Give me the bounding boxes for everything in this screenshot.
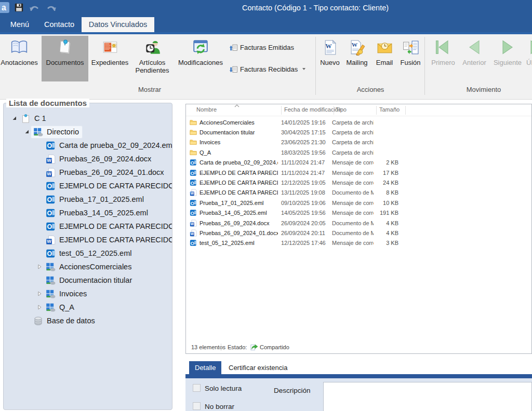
tree-node-file[interactable]: Carta de prueba_02_09_2024.eml [4,139,172,152]
tree-node-directorio[interactable]: Directorio [4,125,172,139]
outlook-file-icon [46,249,56,258]
outlook-file-icon [46,208,56,218]
outlook-file-icon [46,181,56,191]
expander-icon[interactable] [35,290,44,297]
modificaciones-icon [192,38,209,56]
file-row[interactable]: Prueba_17_01_2025.eml09/10/2025 19:06Men… [186,198,531,208]
expander-icon[interactable] [10,115,19,122]
tab-detalle[interactable]: Detalle [189,361,221,374]
detail-accent-bar [185,374,532,378]
outlook-file-icon [190,239,197,246]
word-document-icon [322,39,339,56]
solo-lectura-checkbox[interactable] [193,384,201,392]
tree-node-file[interactable]: Pruebas_26_09_2024_01.docx [4,166,172,179]
tab-certificar-existencia[interactable]: Certificar existencia [223,361,293,374]
outlook-file-icon [190,159,197,166]
nav-next-icon [498,38,517,57]
outlook-file-icon [190,199,197,207]
detail-tab-row: Detalle Certificar existencia [185,361,532,374]
facturas-recibidas-button[interactable]: Facturas Recibidas [229,63,305,75]
directory-icon [33,127,43,137]
file-row[interactable]: EJEMPLO DE CARTA PARECIDOS_03_10_2...11/… [186,168,531,177]
expedientes-button[interactable]: Expedientes [89,36,131,81]
file-row[interactable]: Pruebas_26_09_2024_01.docx26/09/2024 20:… [186,228,531,238]
directory-icon [46,303,56,312]
column-header-nombre[interactable]: Nombre [196,106,217,113]
tree-node-folder[interactable]: Q_A [4,300,172,314]
expander-icon[interactable] [35,304,44,311]
file-row[interactable]: Pruebas_26_09_2024.docx26/09/2024 20:05D… [186,218,531,228]
facturas-recibidas-icon [229,65,238,74]
tree-panel-title: Lista de documentos [6,99,89,107]
file-row[interactable]: AccionesComerciales14/01/2025 19:16Carpe… [186,117,531,127]
file-row[interactable]: Documentacion titular30/04/2025 17:15Car… [186,127,531,137]
column-header-fecha[interactable]: Fecha de modificación [284,106,341,113]
redo-icon[interactable] [45,3,57,12]
file-row[interactable]: Invoices23/06/2025 21:30Carpeta de archi… [186,138,531,147]
descripcion-textarea[interactable] [323,382,532,411]
mailing-icon [349,39,366,56]
tree-node-file[interactable]: Prueba_17_01_2025.eml [4,193,172,206]
word-file-icon [46,154,56,164]
undo-icon[interactable] [29,3,41,12]
siguiente-button[interactable]: Siguiente [490,36,525,81]
anterior-button[interactable]: Anterior [459,36,489,81]
group-separator [424,37,425,95]
outlook-file-icon [46,222,56,231]
fusion-button[interactable]: Fusión [397,36,424,81]
tree-node-file[interactable]: EJEMPLO DE CARTA PARECIDOS_13_ [4,220,172,233]
expander-icon[interactable] [22,128,31,135]
tree-node-folder[interactable]: AccionesComerciales [4,260,172,273]
tree-node-base-de-datos[interactable]: Base de datos [4,314,172,327]
nuevo-button[interactable]: Nuevo [318,36,342,81]
title-bar: Contacto (Código 1 - Tipo contacto: Clie… [0,0,532,17]
articulos-pendientes-button[interactable]: Artículos Pendientes [132,36,172,81]
tree-node-file[interactable]: EJEMPLO DE CARTA PARECIDOS_03_ [4,179,172,193]
outlook-file-icon [46,195,56,204]
file-row[interactable]: EJEMPLO DE CARTA PARECIDOS_13_11_2...12/… [186,177,531,187]
modificaciones-button[interactable]: Modificaciones [174,36,228,81]
file-row[interactable]: test_05_12_2025.eml12/12/2025 17:46Mensa… [186,238,531,248]
tab-contacto[interactable]: Contacto [39,17,79,32]
tab-datos-vinculados[interactable]: Datos Vinculados [82,17,154,32]
ultimo-button[interactable]: Último [526,36,532,81]
tab-menu[interactable]: Menú [2,17,37,32]
document-tree: C 1 Directorio Carta de prueba_02_09_202… [4,103,172,409]
outlook-file-icon [46,141,56,150]
app-logo-icon[interactable] [0,2,9,13]
group-label-movimiento: Movimiento [453,86,515,93]
tree-node-file[interactable]: Prueba3_14_05_2025.eml [4,206,172,220]
save-icon[interactable] [14,3,24,12]
email-button[interactable]: Email [372,36,397,81]
expander-icon[interactable] [35,263,44,270]
primero-button[interactable]: Primero [429,36,458,81]
file-row[interactable]: Prueba3_14_05_2025.eml14/05/2025 19:56Me… [186,208,531,218]
group-label-acciones: Acciones [344,86,396,93]
fusion-icon [402,39,419,56]
documentos-button[interactable]: Documentos [42,36,88,81]
document-tree-panel: C 1 Directorio Carta de prueba_02_09_202… [3,103,172,410]
file-row[interactable]: EJEMPLO DE CARTA PARECIDOS_13_11_2...13/… [186,188,531,198]
file-row[interactable]: Carta de prueba_02_09_2024.eml11/11/2024… [186,158,531,168]
tree-node-folder[interactable]: Invoices [4,287,172,300]
directory-icon [46,289,56,299]
tree-node-file[interactable]: EJEMPLO DE CARTA PARECIDOS_13_ [4,233,172,246]
folder-icon [190,139,197,146]
facturas-emitidas-button[interactable]: Facturas Emitidas [229,42,294,53]
column-header-tipo[interactable]: Tipo [336,106,347,113]
tree-node-file[interactable]: Pruebas_26_09_2024.docx [4,152,172,166]
column-header-tamano[interactable]: Tamaño [379,106,400,113]
mailing-button[interactable]: Mailing [343,36,371,81]
tree-node-c1[interactable]: C 1 [4,112,172,125]
descripcion-label: Descripción [274,387,311,394]
anotaciones-button[interactable]: Anotaciones [0,36,41,81]
tree-node-file[interactable]: test_05_12_2025.eml [4,246,172,260]
detail-panel: Solo lectura No borrar Descripción [185,378,532,411]
ribbon: Anotaciones Documentos Expedientes Artíc… [0,34,532,100]
file-row[interactable]: Q_A18/03/2025 19:56Carpeta de archivos [186,147,531,157]
word-file-icon [46,168,56,177]
word-file-icon [190,189,197,196]
no-borrar-checkbox[interactable] [193,402,201,410]
sort-ascending-icon [234,104,240,107]
tree-node-folder[interactable]: Documentacion titular [4,273,172,287]
